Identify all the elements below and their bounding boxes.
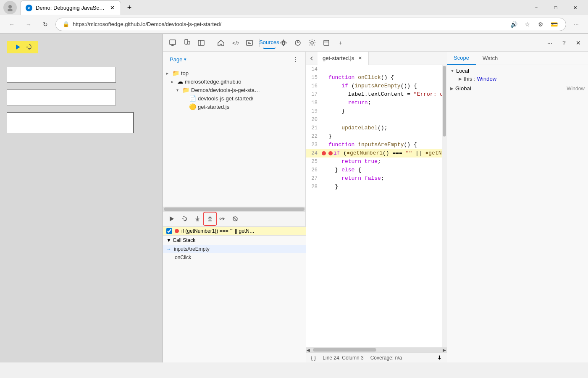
step-over-debug-button[interactable]	[24, 42, 34, 52]
scope-global-header[interactable]: ▶ Global Window	[450, 84, 585, 92]
code-editor[interactable]: 14 15 function onClick() { 16	[306, 65, 447, 347]
code-scrollbar-thumb-v	[443, 66, 446, 136]
scroll-right-button[interactable]: ▶	[442, 347, 447, 352]
code-back-button[interactable]	[306, 52, 318, 64]
file-tree-more-button[interactable]: ⋮	[289, 53, 302, 65]
code-line-17: 17 label.textContent = "Error: one or bo…	[306, 90, 447, 99]
maximize-button[interactable]: □	[546, 1, 565, 14]
tree-arrow2: ▸	[171, 79, 176, 84]
step-out-button[interactable]	[204, 213, 216, 225]
read-aloud-icon[interactable]: 🔊	[509, 19, 519, 29]
scope-local-label: Local	[456, 68, 469, 74]
sources-layout: Page ▾ ⋮ ▸ 📁 top ▸ ☁ microsoftedge.githu…	[163, 52, 588, 362]
home-button[interactable]	[215, 37, 227, 49]
code-tab-close[interactable]: ✕	[357, 55, 363, 62]
debug-banner	[7, 41, 38, 53]
svg-text:</>: </>	[232, 40, 239, 46]
settings-more-button[interactable]: ···	[570, 18, 583, 31]
resume-button[interactable]	[166, 213, 178, 225]
cloud-icon: ☁	[177, 78, 183, 85]
step-over-button[interactable]	[179, 213, 191, 225]
active-frame-arrow: →	[166, 246, 171, 252]
svg-rect-22	[324, 40, 329, 45]
sidebar-toggle-button[interactable]	[195, 37, 207, 49]
step-into-button[interactable]	[192, 213, 203, 225]
browser-tab[interactable]: e Demo: Debugging JavaScript wit ✕	[20, 0, 121, 15]
svg-rect-8	[188, 41, 190, 44]
refresh-button[interactable]: ↻	[39, 18, 52, 31]
more-tools-button[interactable]: ···	[543, 37, 556, 49]
code-scrollbar-v[interactable]	[442, 65, 447, 347]
code-line-16: 16 if (inputsAreEmpty()) {	[306, 82, 447, 90]
tree-item-js[interactable]: 🟡 get-started.js	[163, 102, 305, 111]
file-tree: Page ▾ ⋮ ▸ 📁 top ▸ ☁ microsoftedge.githu…	[163, 52, 306, 362]
scope-tab-scope[interactable]: Scope	[447, 52, 476, 65]
scope-this-val: Window	[477, 76, 496, 82]
sources-tab-button[interactable]: Sources	[263, 37, 276, 49]
add-panel-button[interactable]: +	[334, 37, 347, 49]
code-line-23: 23 function inputsAreEmpty() {	[306, 141, 447, 149]
svg-rect-4	[170, 40, 176, 45]
step-button[interactable]	[217, 213, 228, 225]
tree-item-top[interactable]: ▸ 📁 top	[163, 69, 305, 77]
scope-panel: Scope Watch ▼ Local ▶ this : Window	[447, 52, 588, 362]
number2-input[interactable]	[7, 89, 116, 105]
bp-dot-icon	[175, 229, 179, 233]
bp-checkbox[interactable]	[166, 228, 172, 234]
code-tab-js[interactable]: get-started.js ✕	[318, 52, 369, 65]
add-button[interactable]	[7, 112, 134, 133]
webpage-panel	[0, 34, 163, 362]
forward-button: →	[22, 18, 35, 31]
user-avatar[interactable]	[3, 1, 17, 14]
performance-button[interactable]	[291, 37, 304, 49]
favorites-icon[interactable]: ☆	[522, 19, 532, 29]
settings-button[interactable]	[306, 37, 318, 49]
close-button[interactable]: ✕	[565, 1, 585, 14]
minimize-button[interactable]: −	[527, 1, 546, 14]
network-button[interactable]	[277, 37, 290, 49]
code-line-15: 15 function onClick() {	[306, 74, 447, 82]
code-line-26: 26 } else {	[306, 166, 447, 174]
file-icon: 📄	[189, 95, 196, 102]
page-selector[interactable]: Page ▾	[166, 55, 190, 64]
console-button[interactable]	[243, 37, 256, 49]
scope-this-arrow: ▶	[459, 76, 462, 81]
back-button[interactable]: ←	[5, 18, 18, 31]
svg-point-0	[8, 5, 12, 8]
svg-rect-7	[185, 39, 188, 44]
resume-debug-button[interactable]	[13, 42, 23, 52]
scope-local-header[interactable]: ▼ Local	[450, 67, 585, 75]
number1-input[interactable]	[7, 67, 116, 83]
breakpoint-dot	[322, 151, 326, 155]
close-devtools-button[interactable]: ✕	[572, 37, 585, 49]
js-file-icon: 🟡	[189, 103, 196, 110]
format-button[interactable]: ⬇	[437, 354, 442, 361]
extensions-icon[interactable]: ⚙	[536, 19, 546, 29]
scope-this-item[interactable]: ▶ this : Window	[450, 75, 585, 83]
code-line-21: 21 updateLabel();	[306, 124, 447, 132]
device-emulation-button[interactable]	[181, 37, 193, 49]
file-tree-scrollbar-thumb	[164, 207, 304, 211]
help-button[interactable]: ?	[558, 37, 570, 49]
new-tab-button[interactable]: +	[123, 1, 136, 14]
scope-tab-watch[interactable]: Watch	[476, 52, 504, 65]
elements-button[interactable]: </>	[229, 37, 242, 49]
tab-close-btn[interactable]: ✕	[109, 5, 116, 11]
application-button[interactable]	[320, 37, 333, 49]
code-area: get-started.js ✕ 14 15 functi	[306, 52, 447, 362]
deactivate-breakpoints-button[interactable]	[229, 213, 241, 225]
code-line-25: 25 return true;	[306, 158, 447, 166]
browser-wallet-icon[interactable]: 💳	[549, 19, 559, 29]
tree-item-origin[interactable]: ▸ ☁ microsoftedge.github.io	[163, 77, 305, 86]
file-tree-header: Page ▾ ⋮	[163, 52, 305, 67]
address-input[interactable]: 🔒 https://microsoftedge.github.io/Demos/…	[55, 18, 566, 31]
code-scrollbar-h[interactable]: ◀ ▶	[306, 347, 447, 352]
tree-item-demos[interactable]: ▾ 📁 Demos/devtools-js-get-sta…	[163, 86, 305, 94]
file-tree-scrollbar[interactable]	[163, 207, 305, 212]
tree-item-folder[interactable]: 📄 devtools-js-get-started/	[163, 94, 305, 102]
scroll-left-button[interactable]: ◀	[306, 347, 311, 352]
scope-section-local: ▼ Local ▶ this : Window	[450, 67, 585, 83]
scope-tabs: Scope Watch	[447, 52, 588, 65]
toolbar-divider	[211, 39, 211, 47]
inspect-element-button[interactable]	[166, 37, 179, 49]
